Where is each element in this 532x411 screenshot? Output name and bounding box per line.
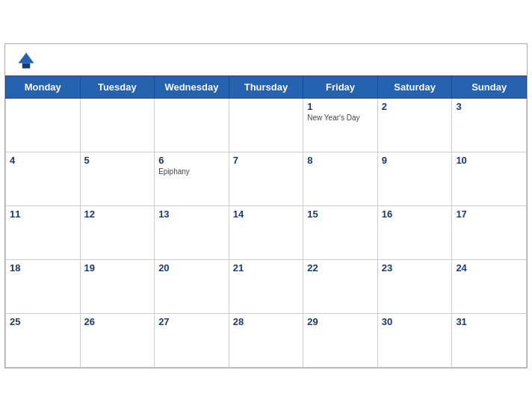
day-number: 3 bbox=[456, 101, 522, 112]
calendar-cell: 8 bbox=[303, 152, 378, 206]
day-number: 10 bbox=[456, 155, 522, 166]
week-row-4: 18192021222324 bbox=[6, 259, 527, 313]
calendar-cell: 31 bbox=[452, 313, 527, 367]
calendar-cell: 23 bbox=[377, 259, 452, 313]
day-number: 17 bbox=[456, 208, 522, 220]
day-number: 24 bbox=[456, 262, 522, 274]
day-number: 31 bbox=[456, 316, 522, 327]
calendar-cell: 18 bbox=[6, 259, 81, 313]
day-number: 5 bbox=[84, 155, 151, 166]
calendar-cell: 4 bbox=[6, 152, 81, 206]
week-row-1: 1New Year's Day23 bbox=[6, 98, 527, 152]
calendar-cell bbox=[229, 98, 303, 152]
day-number: 25 bbox=[10, 316, 76, 327]
weekday-header-row: MondayTuesdayWednesdayThursdayFridaySatu… bbox=[6, 75, 527, 98]
day-number: 28 bbox=[233, 316, 300, 327]
calendar-cell: 2 bbox=[377, 98, 452, 152]
day-number: 15 bbox=[307, 208, 374, 220]
calendar-cell: 1New Year's Day bbox=[303, 98, 378, 152]
day-event: Epiphany bbox=[158, 167, 225, 176]
svg-rect-2 bbox=[22, 63, 31, 68]
calendar-cell: 22 bbox=[303, 259, 378, 313]
calendar-cell bbox=[80, 98, 155, 152]
logo-area bbox=[16, 50, 40, 71]
weekday-header-wednesday: Wednesday bbox=[155, 75, 229, 98]
day-number: 26 bbox=[84, 316, 151, 327]
day-number: 4 bbox=[10, 155, 76, 166]
calendar-thead: MondayTuesdayWednesdayThursdayFridaySatu… bbox=[6, 75, 527, 98]
calendar-cell: 9 bbox=[377, 152, 452, 206]
day-number: 2 bbox=[382, 101, 448, 112]
weekday-header-tuesday: Tuesday bbox=[80, 75, 155, 98]
calendar-container: MondayTuesdayWednesdayThursdayFridaySatu… bbox=[4, 43, 528, 368]
day-number: 11 bbox=[10, 208, 76, 220]
day-number: 8 bbox=[307, 155, 374, 166]
day-number: 14 bbox=[233, 208, 300, 220]
day-number: 12 bbox=[84, 208, 151, 220]
calendar-cell: 27 bbox=[155, 313, 229, 367]
day-number: 23 bbox=[382, 262, 448, 274]
calendar-cell: 10 bbox=[452, 152, 527, 206]
weekday-header-friday: Friday bbox=[303, 75, 378, 98]
calendar-cell: 14 bbox=[229, 206, 303, 259]
calendar-cell bbox=[6, 98, 81, 152]
weekday-header-thursday: Thursday bbox=[229, 75, 303, 98]
calendar-cell: 16 bbox=[377, 206, 452, 259]
weekday-header-sunday: Sunday bbox=[452, 75, 527, 98]
week-row-5: 25262728293031 bbox=[6, 313, 527, 367]
weekday-header-monday: Monday bbox=[6, 75, 81, 98]
day-number: 27 bbox=[158, 316, 225, 327]
calendar-cell: 15 bbox=[303, 206, 378, 259]
calendar-cell: 26 bbox=[80, 313, 155, 367]
day-number: 30 bbox=[382, 316, 448, 327]
calendar-tbody: 1New Year's Day23456Epiphany789101112131… bbox=[6, 98, 527, 367]
calendar-cell: 24 bbox=[452, 259, 527, 313]
general-blue-logo-icon bbox=[16, 50, 37, 71]
calendar-cell: 11 bbox=[6, 206, 81, 259]
day-event: New Year's Day bbox=[307, 114, 374, 122]
day-number: 19 bbox=[84, 262, 151, 274]
calendar-cell: 21 bbox=[229, 259, 303, 313]
calendar-cell: 19 bbox=[80, 259, 155, 313]
calendar-cell: 7 bbox=[229, 152, 303, 206]
calendar-cell: 28 bbox=[229, 313, 303, 367]
day-number: 18 bbox=[10, 262, 76, 274]
calendar-table: MondayTuesdayWednesdayThursdayFridaySatu… bbox=[5, 75, 527, 368]
day-number: 29 bbox=[307, 316, 374, 327]
day-number: 22 bbox=[307, 262, 374, 274]
day-number: 9 bbox=[382, 155, 448, 166]
day-number: 16 bbox=[382, 208, 448, 220]
calendar-cell: 29 bbox=[303, 313, 378, 367]
calendar-cell: 6Epiphany bbox=[155, 152, 229, 206]
calendar-cell: 17 bbox=[452, 206, 527, 259]
calendar-cell: 30 bbox=[377, 313, 452, 367]
day-number: 21 bbox=[233, 262, 300, 274]
day-number: 1 bbox=[307, 101, 374, 112]
week-row-2: 456Epiphany78910 bbox=[6, 152, 527, 206]
calendar-header bbox=[5, 44, 527, 75]
calendar-cell: 20 bbox=[155, 259, 229, 313]
day-number: 7 bbox=[233, 155, 300, 166]
week-row-3: 11121314151617 bbox=[6, 206, 527, 259]
day-number: 6 bbox=[158, 155, 225, 166]
day-number: 20 bbox=[158, 262, 225, 274]
weekday-header-saturday: Saturday bbox=[377, 75, 452, 98]
calendar-cell: 13 bbox=[155, 206, 229, 259]
calendar-cell: 25 bbox=[6, 313, 81, 367]
day-number: 13 bbox=[158, 208, 225, 220]
calendar-cell: 12 bbox=[80, 206, 155, 259]
calendar-cell: 5 bbox=[80, 152, 155, 206]
calendar-cell bbox=[155, 98, 229, 152]
calendar-cell: 3 bbox=[452, 98, 527, 152]
